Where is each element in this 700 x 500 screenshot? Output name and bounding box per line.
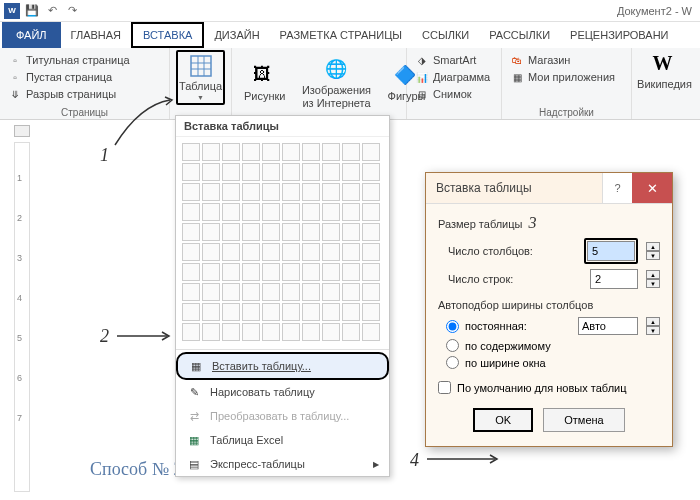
grid-cell[interactable] bbox=[182, 203, 200, 221]
tab-layout[interactable]: РАЗМЕТКА СТРАНИЦЫ bbox=[270, 22, 412, 48]
grid-cell[interactable] bbox=[362, 183, 380, 201]
remember-checkbox[interactable] bbox=[438, 381, 451, 394]
grid-cell[interactable] bbox=[362, 223, 380, 241]
grid-cell[interactable] bbox=[242, 223, 260, 241]
grid-cell[interactable] bbox=[362, 203, 380, 221]
grid-cell[interactable] bbox=[182, 243, 200, 261]
grid-cell[interactable] bbox=[262, 223, 280, 241]
excel-table-item[interactable]: ▦Таблица Excel bbox=[176, 428, 389, 452]
grid-cell[interactable] bbox=[202, 223, 220, 241]
content-radio[interactable] bbox=[446, 339, 459, 352]
grid-cell[interactable] bbox=[242, 143, 260, 161]
grid-cell[interactable] bbox=[262, 143, 280, 161]
grid-cell[interactable] bbox=[202, 323, 220, 341]
close-button[interactable]: ✕ bbox=[632, 173, 672, 203]
grid-cell[interactable] bbox=[282, 143, 300, 161]
blank-page-button[interactable]: ▫Пустая страница bbox=[6, 69, 163, 85]
draw-table-item[interactable]: ✎Нарисовать таблицу bbox=[176, 380, 389, 404]
grid-cell[interactable] bbox=[242, 203, 260, 221]
grid-cell[interactable] bbox=[222, 323, 240, 341]
grid-cell[interactable] bbox=[262, 163, 280, 181]
grid-cell[interactable] bbox=[242, 263, 260, 281]
insert-table-item[interactable]: ▦Вставить таблицу... bbox=[176, 352, 389, 380]
grid-cell[interactable] bbox=[342, 143, 360, 161]
grid-cell[interactable] bbox=[222, 283, 240, 301]
grid-cell[interactable] bbox=[302, 163, 320, 181]
grid-cell[interactable] bbox=[282, 323, 300, 341]
grid-cell[interactable] bbox=[342, 243, 360, 261]
undo-icon[interactable]: ↶ bbox=[44, 3, 60, 19]
tab-insert[interactable]: ВСТАВКА bbox=[131, 22, 204, 48]
rows-spinner[interactable] bbox=[590, 269, 638, 289]
tab-review[interactable]: РЕЦЕНЗИРОВАНИ bbox=[560, 22, 678, 48]
grid-cell[interactable] bbox=[302, 323, 320, 341]
grid-cell[interactable] bbox=[182, 143, 200, 161]
grid-cell[interactable] bbox=[322, 323, 340, 341]
tab-design[interactable]: ДИЗАЙН bbox=[204, 22, 269, 48]
grid-cell[interactable] bbox=[202, 163, 220, 181]
grid-cell[interactable] bbox=[222, 303, 240, 321]
grid-cell[interactable] bbox=[182, 263, 200, 281]
grid-cell[interactable] bbox=[242, 183, 260, 201]
grid-cell[interactable] bbox=[342, 263, 360, 281]
grid-cell[interactable] bbox=[362, 263, 380, 281]
grid-cell[interactable] bbox=[362, 323, 380, 341]
grid-cell[interactable] bbox=[202, 203, 220, 221]
grid-cell[interactable] bbox=[242, 323, 260, 341]
grid-cell[interactable] bbox=[342, 283, 360, 301]
grid-cell[interactable] bbox=[362, 303, 380, 321]
grid-cell[interactable] bbox=[282, 163, 300, 181]
redo-icon[interactable]: ↷ bbox=[64, 3, 80, 19]
grid-cell[interactable] bbox=[362, 283, 380, 301]
chart-button[interactable]: 📊Диаграмма bbox=[413, 69, 495, 85]
grid-cell[interactable] bbox=[282, 243, 300, 261]
grid-cell[interactable] bbox=[302, 283, 320, 301]
grid-cell[interactable] bbox=[282, 203, 300, 221]
table-grid-picker[interactable] bbox=[176, 137, 389, 347]
pictures-button[interactable]: 🖼Рисунки bbox=[238, 50, 292, 117]
help-button[interactable]: ? bbox=[602, 173, 632, 203]
grid-cell[interactable] bbox=[302, 303, 320, 321]
grid-cell[interactable] bbox=[202, 303, 220, 321]
grid-cell[interactable] bbox=[302, 203, 320, 221]
grid-cell[interactable] bbox=[262, 183, 280, 201]
grid-cell[interactable] bbox=[362, 143, 380, 161]
grid-cell[interactable] bbox=[322, 303, 340, 321]
grid-cell[interactable] bbox=[282, 263, 300, 281]
grid-cell[interactable] bbox=[182, 223, 200, 241]
grid-cell[interactable] bbox=[262, 323, 280, 341]
grid-cell[interactable] bbox=[182, 283, 200, 301]
fixed-width-input[interactable] bbox=[578, 317, 638, 335]
grid-cell[interactable] bbox=[362, 243, 380, 261]
grid-cell[interactable] bbox=[182, 303, 200, 321]
window-radio[interactable] bbox=[446, 356, 459, 369]
wikipedia-button[interactable]: WВикипедия bbox=[638, 50, 691, 92]
cancel-button[interactable]: Отмена bbox=[543, 408, 624, 432]
grid-cell[interactable] bbox=[182, 163, 200, 181]
grid-cell[interactable] bbox=[262, 303, 280, 321]
grid-cell[interactable] bbox=[362, 163, 380, 181]
online-images-button[interactable]: 🌐Изображения из Интернета bbox=[296, 50, 378, 117]
screenshot-button[interactable]: ⊞Снимок bbox=[413, 86, 495, 102]
grid-cell[interactable] bbox=[342, 323, 360, 341]
grid-cell[interactable] bbox=[262, 243, 280, 261]
grid-cell[interactable] bbox=[282, 223, 300, 241]
grid-cell[interactable] bbox=[222, 163, 240, 181]
rows-input[interactable] bbox=[590, 269, 638, 289]
ok-button[interactable]: OK bbox=[473, 408, 533, 432]
store-button[interactable]: 🛍Магазин bbox=[508, 52, 625, 68]
tab-file[interactable]: ФАЙЛ bbox=[2, 22, 61, 48]
grid-cell[interactable] bbox=[322, 183, 340, 201]
grid-cell[interactable] bbox=[322, 243, 340, 261]
grid-cell[interactable] bbox=[242, 163, 260, 181]
title-page-button[interactable]: ▫Титульная страница bbox=[6, 52, 163, 68]
grid-cell[interactable] bbox=[322, 223, 340, 241]
cols-spinner[interactable] bbox=[584, 238, 638, 264]
grid-cell[interactable] bbox=[302, 243, 320, 261]
rows-up[interactable]: ▲ bbox=[646, 270, 660, 279]
grid-cell[interactable] bbox=[202, 263, 220, 281]
grid-cell[interactable] bbox=[342, 163, 360, 181]
grid-cell[interactable] bbox=[302, 223, 320, 241]
tab-home[interactable]: ГЛАВНАЯ bbox=[61, 22, 131, 48]
tab-references[interactable]: ССЫЛКИ bbox=[412, 22, 479, 48]
